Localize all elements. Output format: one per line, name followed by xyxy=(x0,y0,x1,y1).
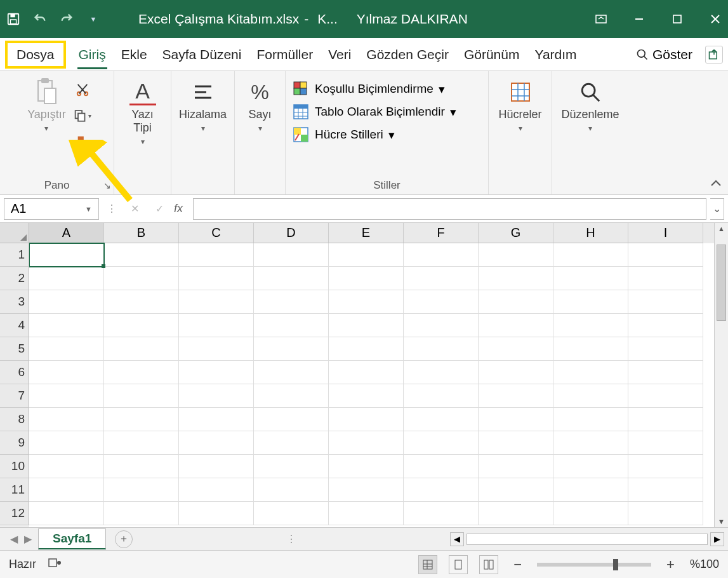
column-header[interactable]: H xyxy=(553,223,628,243)
cell[interactable] xyxy=(179,290,254,314)
scroll-left-icon[interactable]: ◀ xyxy=(450,532,464,546)
sheet-nav-next-icon[interactable]: ▶ xyxy=(24,533,32,545)
cells-button[interactable]: Hücreler ▾ xyxy=(493,75,546,137)
expand-formula-bar-icon[interactable]: ⌄ xyxy=(710,198,724,220)
cell[interactable] xyxy=(628,431,703,455)
cell[interactable] xyxy=(628,243,703,267)
maximize-icon[interactable] xyxy=(671,13,684,25)
row-header[interactable]: 3 xyxy=(0,290,29,314)
cell[interactable] xyxy=(404,502,479,525)
cell[interactable] xyxy=(404,455,479,478)
row-header[interactable]: 1 xyxy=(0,243,29,267)
tab-file[interactable]: Dosya xyxy=(5,41,66,69)
row-header[interactable]: 12 xyxy=(0,502,29,525)
close-icon[interactable] xyxy=(709,13,722,25)
cell[interactable] xyxy=(329,267,404,290)
tab-page-layout[interactable]: Sayfa Düzeni xyxy=(155,41,249,69)
cell[interactable] xyxy=(628,408,703,431)
zoom-slider-thumb[interactable] xyxy=(613,559,618,570)
cell[interactable] xyxy=(179,267,254,290)
cell[interactable] xyxy=(179,455,254,478)
column-header[interactable]: G xyxy=(479,223,553,243)
minimize-icon[interactable] xyxy=(633,13,645,25)
cell[interactable] xyxy=(104,408,179,431)
editing-button[interactable]: Düzenleme ▾ xyxy=(556,75,624,137)
cell[interactable] xyxy=(329,408,404,431)
cell[interactable] xyxy=(404,408,479,431)
cell[interactable] xyxy=(179,384,254,408)
cell[interactable] xyxy=(628,290,703,314)
row-header[interactable]: 2 xyxy=(0,267,29,290)
column-header[interactable]: F xyxy=(404,223,479,243)
clipboard-dialog-launcher[interactable]: ↘ xyxy=(103,180,111,191)
cell[interactable] xyxy=(479,384,553,408)
cell[interactable] xyxy=(254,243,329,267)
vertical-scroll-thumb[interactable] xyxy=(717,245,726,321)
cell[interactable] xyxy=(628,361,703,384)
cell[interactable] xyxy=(254,384,329,408)
row-header[interactable]: 11 xyxy=(0,478,29,502)
column-header[interactable]: C xyxy=(179,223,254,243)
sheet-tab[interactable]: Sayfa1 xyxy=(38,528,106,549)
tab-data[interactable]: Veri xyxy=(321,41,359,69)
qat-dropdown-icon[interactable]: ▼ xyxy=(86,12,100,26)
cell[interactable] xyxy=(29,384,104,408)
column-header[interactable]: B xyxy=(104,223,179,243)
cell[interactable] xyxy=(553,408,628,431)
cell[interactable] xyxy=(553,314,628,337)
cell[interactable] xyxy=(254,361,329,384)
select-all-corner[interactable] xyxy=(0,223,29,243)
column-header[interactable]: D xyxy=(254,223,329,243)
cell[interactable] xyxy=(179,314,254,337)
cell[interactable] xyxy=(104,431,179,455)
cell-styles-button[interactable]: Hücre Stilleri ▾ xyxy=(292,126,482,144)
cell[interactable] xyxy=(479,267,553,290)
cell[interactable] xyxy=(404,431,479,455)
macro-record-icon[interactable] xyxy=(48,557,62,572)
cell[interactable] xyxy=(329,478,404,502)
cell[interactable] xyxy=(553,384,628,408)
format-painter-button[interactable] xyxy=(74,132,91,150)
column-header[interactable]: I xyxy=(628,223,703,243)
vertical-scrollbar[interactable]: ▲ ▼ xyxy=(714,223,728,527)
cell[interactable] xyxy=(628,267,703,290)
cell[interactable] xyxy=(29,290,104,314)
cell[interactable] xyxy=(553,267,628,290)
cell[interactable] xyxy=(179,361,254,384)
tab-view[interactable]: Görünüm xyxy=(456,41,527,69)
view-normal-button[interactable] xyxy=(418,555,437,574)
formula-input[interactable] xyxy=(193,198,706,220)
cell[interactable] xyxy=(104,314,179,337)
cell[interactable] xyxy=(404,478,479,502)
ribbon-display-icon[interactable] xyxy=(595,13,607,25)
cell[interactable] xyxy=(479,337,553,361)
cell[interactable] xyxy=(179,243,254,267)
cell[interactable] xyxy=(254,267,329,290)
conditional-formatting-button[interactable]: Koşullu Biçimlendirme ▾ xyxy=(292,80,482,98)
cell[interactable] xyxy=(104,243,179,267)
cell[interactable] xyxy=(29,361,104,384)
cell[interactable] xyxy=(254,290,329,314)
column-header[interactable]: A xyxy=(29,223,104,243)
cell[interactable] xyxy=(329,290,404,314)
cell[interactable] xyxy=(479,361,553,384)
save-icon[interactable] xyxy=(6,12,20,26)
cell[interactable] xyxy=(179,408,254,431)
horizontal-scrollbar[interactable]: ◀ ▶ xyxy=(450,532,724,546)
cell[interactable] xyxy=(179,431,254,455)
view-page-break-button[interactable] xyxy=(479,555,498,574)
cell[interactable] xyxy=(29,267,104,290)
cell[interactable] xyxy=(479,408,553,431)
cell[interactable] xyxy=(29,502,104,525)
share-button[interactable] xyxy=(705,46,723,64)
name-box[interactable]: A1 ▼ xyxy=(4,198,99,220)
undo-icon[interactable] xyxy=(33,12,47,26)
scroll-up-icon[interactable]: ▲ xyxy=(715,223,728,234)
row-header[interactable]: 9 xyxy=(0,431,29,455)
number-button[interactable]: % Sayı ▾ xyxy=(242,75,279,137)
cell[interactable] xyxy=(104,361,179,384)
cell[interactable] xyxy=(553,431,628,455)
cell[interactable] xyxy=(254,455,329,478)
cell[interactable] xyxy=(29,337,104,361)
cell[interactable] xyxy=(628,455,703,478)
